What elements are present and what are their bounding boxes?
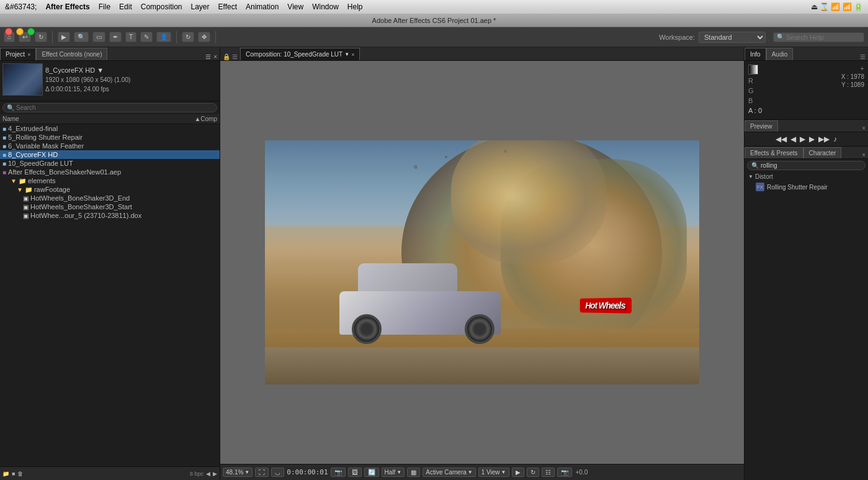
trash-btn[interactable]: 🗑 bbox=[17, 471, 23, 477]
prev-frame-btn[interactable]: ◀ bbox=[790, 135, 796, 143]
app-name-menu[interactable]: After Effects bbox=[45, 2, 89, 11]
tab-effect-controls[interactable]: Effect Controls (none) bbox=[36, 48, 107, 60]
last-frame-btn[interactable]: ▶▶ bbox=[818, 135, 830, 143]
effects-close-btn[interactable]: × bbox=[862, 152, 868, 158]
tab-audio[interactable]: Audio bbox=[766, 48, 794, 60]
render-btn[interactable]: ▶ bbox=[512, 468, 524, 477]
list-item-hotwheels-dox[interactable]: ▣ HotWhee...our_5 (23710-23811).dox bbox=[0, 211, 220, 220]
list-item-rawfootage-folder[interactable]: ▼ 📁 rawFootage bbox=[0, 185, 220, 194]
info-panel-menu[interactable]: ☰ bbox=[860, 53, 868, 60]
list-item-boneshaker-end[interactable]: ▣ HotWheels_BoneShaker3D_End bbox=[0, 194, 220, 202]
first-frame-btn[interactable]: ◀◀ bbox=[776, 135, 787, 143]
scroll-left-btn[interactable]: ◀ bbox=[206, 471, 210, 477]
list-item-ae-file[interactable]: ■ After Effects_BoneShakerNew01.aep bbox=[0, 168, 220, 176]
effect-menu[interactable]: Effect bbox=[218, 2, 237, 11]
puppet-tool[interactable]: 👤 bbox=[156, 32, 171, 42]
tab-preview[interactable]: Preview bbox=[745, 120, 778, 132]
comp-tab-speedgrade[interactable]: Composition: 10_SpeedGrade LUT ▼ × bbox=[240, 48, 360, 60]
close-button[interactable] bbox=[5, 28, 12, 35]
effects-search-input[interactable] bbox=[761, 162, 861, 169]
list-item-boneshaker-start[interactable]: ▣ HotWheels_BoneShaker3D_Start bbox=[0, 202, 220, 211]
orbit-tool[interactable]: ↻ bbox=[182, 32, 194, 42]
track-tool[interactable]: ✥ bbox=[198, 32, 210, 42]
next-frame-btn[interactable]: ▶ bbox=[809, 135, 815, 143]
resolution-btn[interactable]: 🔄 bbox=[364, 468, 379, 477]
camera-view-dropdown[interactable]: Active Camera ▼ bbox=[423, 468, 476, 477]
info-panel-tabs: Info Audio ☰ bbox=[745, 47, 868, 61]
list-item-speedgrade[interactable]: ■ 10_SpeedGrade LUT bbox=[0, 159, 220, 168]
debris-3 bbox=[504, 150, 507, 153]
flow-btn[interactable]: ☷ bbox=[542, 468, 555, 477]
audio-btn[interactable]: ♪ bbox=[833, 135, 837, 143]
new-comp-btn[interactable]: ■ bbox=[12, 471, 15, 477]
redo-btn[interactable]: ↻ bbox=[35, 32, 47, 42]
composition-menu[interactable]: Composition bbox=[141, 2, 182, 11]
tab-project[interactable]: Project × bbox=[0, 48, 36, 60]
view-menu[interactable]: View bbox=[287, 2, 303, 11]
apple-menu[interactable]: &#63743; bbox=[5, 2, 37, 11]
grid-btn[interactable]: ▦ bbox=[407, 468, 420, 477]
brush-tool[interactable]: ✎ bbox=[140, 32, 153, 42]
quality-dropdown[interactable]: Half ▼ bbox=[382, 468, 405, 477]
list-item-extruded-final[interactable]: ■ 4_Extruded-final bbox=[0, 124, 220, 133]
edit-menu[interactable]: Edit bbox=[119, 2, 132, 11]
maximize-button[interactable] bbox=[27, 28, 35, 35]
minimize-button[interactable] bbox=[16, 28, 24, 35]
item-label-2: 5_Rolling Shutter Repair bbox=[8, 134, 83, 141]
zoom-tool[interactable]: 🔍 bbox=[74, 32, 89, 42]
y-value: Y : 1089 bbox=[841, 81, 864, 88]
tab-effects-presets[interactable]: Effects & Presets bbox=[745, 147, 803, 158]
comp-tab-close[interactable]: × bbox=[351, 52, 354, 58]
safe-zones-btn[interactable]: ◡ bbox=[271, 468, 284, 477]
category-triangle: ▼ bbox=[748, 174, 753, 179]
item-label-4: 8_CycoreFX HD bbox=[8, 151, 58, 158]
sort-icon[interactable]: ▲ bbox=[194, 115, 200, 122]
pen-tool[interactable]: ✒ bbox=[109, 32, 122, 42]
camera-btn[interactable]: 📷 bbox=[331, 468, 346, 477]
comp-dropdown-icon[interactable]: ▼ bbox=[344, 52, 349, 57]
search-input[interactable] bbox=[786, 34, 861, 41]
comp-options-icon[interactable]: ☰ bbox=[232, 53, 238, 60]
help-menu[interactable]: Help bbox=[347, 2, 363, 11]
panel-menu-icon[interactable]: ☰ bbox=[205, 53, 211, 60]
footage-duration: Δ 0:00:01:15, 24.00 fps bbox=[45, 84, 130, 94]
effects-item-rolling-shutter[interactable]: FX Rolling Shutter Repair bbox=[745, 181, 868, 192]
select-tool[interactable]: ▶ bbox=[58, 32, 70, 42]
animation-menu[interactable]: Animation bbox=[246, 2, 279, 11]
panel-close-icon[interactable]: × bbox=[213, 53, 217, 60]
file-menu[interactable]: File bbox=[99, 2, 110, 11]
file-icon-3: ▣ bbox=[23, 212, 29, 219]
scroll-right-btn[interactable]: ▶ bbox=[213, 471, 217, 477]
color-btn[interactable]: 🖼 bbox=[348, 468, 362, 477]
list-item-rolling-shutter[interactable]: ■ 5_Rolling Shutter Repair bbox=[0, 133, 220, 142]
rect-tool[interactable]: ▭ bbox=[92, 32, 105, 42]
list-item-elements-folder[interactable]: ▼ 📁 elements bbox=[0, 176, 220, 185]
text-tool[interactable]: T bbox=[125, 32, 136, 42]
r-label: R bbox=[748, 77, 757, 84]
tab-info[interactable]: Info bbox=[745, 48, 766, 60]
folder-icon-3: ▼ bbox=[17, 186, 23, 193]
zoom-dropdown[interactable]: 48.1% ▼ bbox=[223, 468, 253, 477]
effects-category-distort[interactable]: ▼ Distort bbox=[745, 172, 868, 181]
view-count-dropdown[interactable]: 1 View ▼ bbox=[478, 468, 509, 477]
footage-thumbnail bbox=[3, 64, 42, 95]
project-tab-close[interactable]: × bbox=[27, 52, 30, 58]
project-search-input[interactable] bbox=[16, 104, 213, 111]
project-list-header: Name ▲ Comp bbox=[0, 114, 220, 124]
panel-tabs: Project × Effect Controls (none) ☰ × bbox=[0, 47, 220, 61]
effect-label-rolling: Rolling Shutter Repair bbox=[767, 184, 828, 191]
layer-menu[interactable]: Layer bbox=[190, 2, 209, 11]
tab-character[interactable]: Character bbox=[803, 147, 842, 158]
list-item-cycoreFX[interactable]: ■ 8_CycoreFX HD bbox=[0, 150, 220, 159]
sync-btn[interactable]: ↻ bbox=[527, 468, 539, 477]
preview-close-btn[interactable]: × bbox=[862, 125, 868, 132]
play-btn[interactable]: ▶ bbox=[800, 135, 805, 143]
list-item-variable-mask[interactable]: ■ 6_Variable Mask Feather bbox=[0, 142, 220, 150]
snapshot-btn[interactable]: 📷 bbox=[557, 468, 572, 477]
fit-btn[interactable]: ⛶ bbox=[255, 468, 269, 477]
item-label-11: HotWhee...our_5 (23710-23811).dox bbox=[30, 212, 141, 219]
workspace-select[interactable]: Standard All Panels Animation Minimal Mo… bbox=[699, 32, 766, 43]
toolbar-sep-1 bbox=[52, 31, 53, 43]
new-folder-btn[interactable]: 📁 bbox=[2, 471, 9, 477]
window-menu[interactable]: Window bbox=[312, 2, 339, 11]
